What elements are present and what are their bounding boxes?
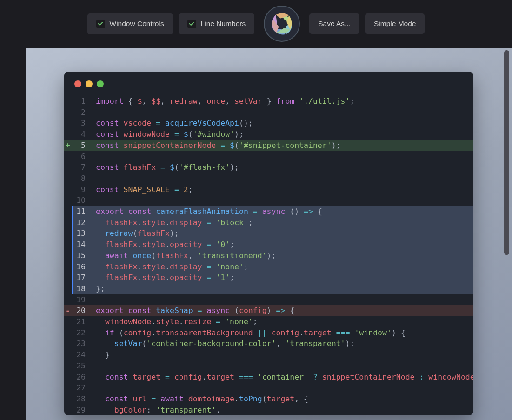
code-content[interactable]: windowNode.style.resize = 'none'; [87, 316, 473, 327]
code-window[interactable]: 1import { $, $$, redraw, once, setVar } … [64, 72, 473, 415]
code-line[interactable]: 22 if (config.transparentBackground || c… [64, 327, 473, 339]
code-line[interactable]: 7const flashFx = $('#flash-fx'); [64, 162, 473, 173]
code-line[interactable]: 25 [64, 360, 473, 372]
diff-gutter [64, 206, 72, 217]
code-content[interactable]: const windowNode = $('#window'); [87, 129, 473, 140]
code-line[interactable]: 16 flashFx.style.display = 'none'; [64, 261, 473, 273]
code-content[interactable]: }; [87, 283, 473, 294]
diff-gutter [64, 151, 72, 162]
code-line[interactable]: 13 redraw(flashFx); [64, 228, 473, 239]
code-line[interactable]: 3const vscode = acquireVsCodeApi(); [64, 118, 473, 129]
line-numbers-toggle[interactable]: Line Numbers [179, 13, 255, 34]
code-content[interactable]: flashFx.style.display = 'block'; [87, 217, 473, 228]
toolbar: Window Controls Line Numbers [0, 0, 512, 44]
line-number: 5 [72, 140, 87, 151]
code-content[interactable] [87, 382, 473, 393]
save-as-button[interactable]: Save As... [309, 13, 359, 34]
code-content[interactable]: setVar('container-background-color', 'tr… [87, 338, 473, 349]
checkbox-checked-icon [96, 20, 105, 28]
line-number: 24 [72, 349, 87, 360]
simple-mode-button[interactable]: Simple Mode [365, 13, 425, 34]
code-content[interactable]: await once(flashFx, 'transitionend'); [87, 250, 473, 261]
line-number: 11 [72, 206, 87, 217]
diff-gutter [64, 393, 72, 405]
code-line[interactable]: 4const windowNode = $('#window'); [64, 129, 473, 140]
line-number: 1 [72, 96, 87, 107]
code-line[interactable]: 17 flashFx.style.opacity = '1'; [64, 272, 473, 283]
code-block[interactable]: 1import { $, $$, redraw, once, setVar } … [64, 89, 473, 415]
code-content[interactable]: flashFx.style.opacity = '1'; [87, 272, 473, 283]
code-line[interactable]: 23 setVar('container-background-color', … [64, 338, 473, 349]
code-content[interactable]: redraw(flashFx); [87, 228, 473, 239]
code-content[interactable]: const target = config.target === 'contai… [87, 372, 473, 383]
diff-gutter [64, 349, 72, 360]
line-number: 20 [72, 305, 87, 316]
code-content[interactable]: flashFx.style.opacity = '0'; [87, 239, 473, 250]
line-number: 27 [72, 382, 87, 393]
code-content[interactable] [87, 360, 473, 372]
line-number: 23 [72, 338, 87, 349]
diff-gutter [64, 261, 72, 273]
diff-gutter [64, 294, 72, 306]
window-controls-label: Window Controls [110, 20, 164, 28]
code-line[interactable]: 27 [64, 382, 473, 393]
code-content[interactable] [87, 107, 473, 118]
code-line[interactable]: 2 [64, 107, 473, 118]
code-content[interactable]: } [87, 349, 473, 360]
checkbox-checked-icon [187, 20, 196, 28]
code-line[interactable]: 29 bgColor: 'transparent', [64, 405, 473, 416]
code-line[interactable]: 14 flashFx.style.opacity = '0'; [64, 239, 473, 250]
code-line[interactable]: 6 [64, 151, 473, 162]
line-number: 26 [72, 372, 87, 383]
code-line[interactable]: 8 [64, 173, 473, 184]
minimize-dot-icon[interactable] [86, 80, 93, 87]
code-content[interactable] [87, 195, 473, 206]
code-content[interactable]: const flashFx = $('#flash-fx'); [87, 162, 473, 173]
preview-canvas[interactable]: 1import { $, $$, redraw, once, setVar } … [26, 48, 512, 420]
diff-gutter [64, 405, 72, 416]
code-line[interactable]: 9const SNAP_SCALE = 2; [64, 184, 473, 195]
app-logo[interactable] [264, 6, 300, 42]
code-line[interactable]: 1import { $, $$, redraw, once, setVar } … [64, 96, 473, 107]
code-content[interactable]: export const takeSnap = async (config) =… [87, 305, 473, 316]
diff-gutter [64, 327, 72, 339]
line-number: 18 [72, 283, 87, 294]
window-controls-toggle[interactable]: Window Controls [87, 13, 173, 34]
code-content[interactable] [87, 294, 473, 306]
code-content[interactable]: if (config.transparentBackground || conf… [87, 327, 473, 339]
line-number: 8 [72, 173, 87, 184]
diff-gutter [64, 195, 72, 206]
zoom-dot-icon[interactable] [97, 80, 104, 87]
line-numbers-label: Line Numbers [201, 20, 246, 28]
code-line[interactable]: 15 await once(flashFx, 'transitionend'); [64, 250, 473, 261]
code-content[interactable]: export const cameraFlashAnimation = asyn… [87, 206, 473, 217]
diff-gutter [64, 272, 72, 283]
code-content[interactable]: const SNAP_SCALE = 2; [87, 184, 473, 195]
simple-mode-label: Simple Mode [374, 20, 416, 28]
code-content[interactable] [87, 151, 473, 162]
code-line[interactable]: 12 flashFx.style.display = 'block'; [64, 217, 473, 228]
aperture-icon [267, 9, 297, 39]
code-line[interactable]: 26 const target = config.target === 'con… [64, 372, 473, 383]
close-dot-icon[interactable] [74, 80, 81, 87]
code-line[interactable]: -20export const takeSnap = async (config… [64, 305, 473, 316]
code-line[interactable]: 19 [64, 294, 473, 306]
code-content[interactable]: bgColor: 'transparent', [87, 405, 473, 416]
code-line[interactable]: 24 } [64, 349, 473, 360]
code-content[interactable]: const url = await domtoimage.toPng(targe… [87, 393, 473, 405]
code-content[interactable]: flashFx.style.display = 'none'; [87, 261, 473, 273]
code-content[interactable]: const vscode = acquireVsCodeApi(); [87, 118, 473, 129]
code-content[interactable]: const snippetContainerNode = $('#snippet… [87, 140, 473, 151]
code-line[interactable]: +5const snippetContainerNode = $('#snipp… [64, 140, 473, 151]
code-line[interactable]: 10 [64, 195, 473, 206]
code-line[interactable]: 21 windowNode.style.resize = 'none'; [64, 316, 473, 327]
diff-gutter [64, 184, 72, 195]
code-line[interactable]: 18}; [64, 283, 473, 294]
diff-gutter [64, 118, 72, 129]
save-as-label: Save As... [318, 20, 351, 28]
code-content[interactable]: import { $, $$, redraw, once, setVar } f… [87, 96, 473, 107]
vertical-scrollbar[interactable] [504, 50, 509, 255]
code-line[interactable]: 28 const url = await domtoimage.toPng(ta… [64, 393, 473, 405]
code-line[interactable]: 11export const cameraFlashAnimation = as… [64, 206, 473, 217]
code-content[interactable] [87, 173, 473, 184]
